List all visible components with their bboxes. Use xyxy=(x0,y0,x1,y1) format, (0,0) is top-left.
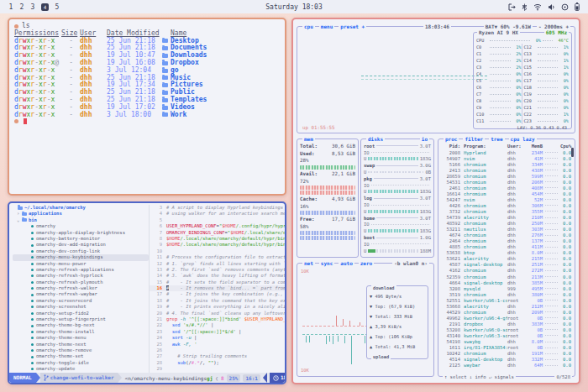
code-line[interactable]: 18 # - It joins the command that the key… xyxy=(150,298,285,304)
process-row[interactable]: 4162 chromium dhh 272M 0.0 xyxy=(438,268,575,274)
idle-icon[interactable] xyxy=(561,3,569,11)
tree-item[interactable]: omarchy-toggle-idle xyxy=(13,360,149,366)
tree-item[interactable]: applications xyxy=(13,211,149,217)
process-row[interactable]: 48592 chromium dhh 250M 0.0 xyxy=(438,221,575,227)
process-row[interactable]: 2191 dropbox dhh 383M 0.0 xyxy=(438,321,575,327)
disks-tab[interactable]: disks xyxy=(366,136,385,142)
code-line[interactable]: 26 xyxy=(150,348,285,353)
tree-item[interactable]: omarchy-battery-monitor xyxy=(13,236,149,242)
process-row[interactable]: 4426 chromium dhh 306M 0.0 xyxy=(438,202,575,208)
tree-item[interactable]: omarchy-screenshot xyxy=(13,304,149,310)
battery-icon[interactable] xyxy=(575,3,580,11)
net-tab[interactable]: zero xyxy=(359,260,374,266)
process-row[interactable]: 2464 chromium dhh 137M 0.0 xyxy=(438,238,575,244)
refresh-interval[interactable]: - 2000ms + xyxy=(537,24,570,29)
process-header[interactable]: Pid: Program: User: MemB Cpu% xyxy=(438,142,575,149)
code-line[interactable]: 19 # - It prints everything in a nicely … xyxy=(150,304,285,310)
tree-item[interactable]: omarchy-theme-remove xyxy=(13,348,149,353)
tree-item[interactable]: omarchy-menu-keybindings xyxy=(13,254,149,260)
process-row[interactable]: 53621 alacritty dhh 215M 0.0 xyxy=(438,256,575,262)
workspace-button[interactable]: 2 xyxy=(19,3,24,11)
tree-item[interactable]: omarchy-menu-power xyxy=(13,261,149,267)
tree-item[interactable]: omarchy xyxy=(13,223,149,229)
process-row[interactable]: 2413 chromium dhh 438M 0.0 xyxy=(438,167,575,173)
shell-prompt-active[interactable] xyxy=(14,118,280,124)
process-row[interactable]: 53211 nautilus dhh 303M 0.0 xyxy=(438,227,575,233)
process-row[interactable]: 53208 kworker/u96:0-sd root 0B 0.0 xyxy=(438,327,575,332)
tree-item[interactable]: omarchy-update xyxy=(13,366,149,372)
process-row[interactable]: 4885 chromium dhh 411M 0.0 xyxy=(438,244,575,250)
code-line[interactable]: 6 USER_HYPRLAND_CONF="$HOME/.config/hypr… xyxy=(150,223,285,229)
code-line[interactable]: 21 grep -h '^[[:space:]]*bind' $USER_HYP… xyxy=(150,316,285,322)
monitor-tab[interactable]: cpu xyxy=(302,24,315,29)
process-row[interactable]: 44529 chromium dhh 209M 0.0 xyxy=(438,309,575,315)
proc-tab[interactable]: tree xyxy=(489,136,504,142)
process-row[interactable]: 4587 signal-desktop dhh 251M 0.0 xyxy=(438,262,575,268)
process-row[interactable]: 54198 swaybg dhh 8.0M 0.0 xyxy=(438,339,575,345)
code-line[interactable]: 11 # Process the configuration file to e… xyxy=(150,254,285,260)
code-line[interactable]: 13 # 2. The first `sed` removes comments… xyxy=(150,267,285,273)
code-line[interactable]: 27 # Strip trailing comments xyxy=(150,353,285,359)
tree-item[interactable]: omarchy-screenrecord xyxy=(13,298,149,304)
process-row[interactable]: 54739 alacritty dhh 210M 0.0 xyxy=(438,215,575,221)
tree-item[interactable]: omarchy-refresh-applications xyxy=(13,267,149,273)
workspace-button[interactable]: 1 xyxy=(8,3,13,11)
tree-item[interactable]: omarchy-theme-menu xyxy=(13,335,149,341)
code-line[interactable]: 24 sort -u | xyxy=(150,335,285,341)
editor-window[interactable]: ~/.local/share/omarchy applications bin xyxy=(8,201,286,384)
terminal-window[interactable]: ls Permissions Size User Date Modified N… xyxy=(8,18,286,196)
code-line[interactable]: 14 # 3. `awk` does the heavy lifting of … xyxy=(150,273,285,279)
process-row[interactable]: 5166 chromium dhh 334M 0.0 xyxy=(438,161,575,167)
process-row[interactable]: 4674 chromium dhh 276M 0.0 xyxy=(438,233,575,238)
process-row[interactable]: 4514 signal-desktop dhh 332M 0.0 xyxy=(438,357,575,363)
code-line[interactable]: 9 $HOME/.local/share/omarchy/default/hyp… xyxy=(150,242,285,248)
code-line[interactable]: 28 sub(/#.*/, ""); xyxy=(150,360,285,366)
process-row[interactable]: 28659 chromium dhh 599M 0.0 xyxy=(438,173,575,179)
tree-item[interactable]: omarchy-refresh-walker xyxy=(13,285,149,291)
process-row[interactable]: 2461 chromium dhh 408M 0.0 xyxy=(438,185,575,191)
proc-tab[interactable]: proc xyxy=(444,136,459,142)
code-line[interactable]: 25 awk -F, ' xyxy=(150,342,285,348)
process-row[interactable]: 53668 alacritty dhh 212M 0.0 xyxy=(438,303,575,309)
code-line[interactable]: 5 xyxy=(150,217,285,223)
monitor-tab[interactable]: menu xyxy=(319,24,334,29)
tree-item[interactable]: omarchy-apple-display-brightness xyxy=(13,230,149,236)
process-row[interactable]: 53638 btop dhh 8.0M 0.0 xyxy=(438,250,575,256)
logout-icon[interactable] xyxy=(508,3,516,11)
process-row[interactable]: 43140 kworker/u96:3-sd root 0B 0.0 xyxy=(438,332,575,338)
process-row[interactable]: 54907 nvim dhh 41M 0.0 xyxy=(438,155,575,161)
code-line[interactable]: 17 # - It joins the key combination (e.g… xyxy=(150,291,285,297)
process-row[interactable]: 54531 chromium dhh 206M 0.0 xyxy=(438,179,575,185)
process-row[interactable]: 2008 Hyprland dhh 234M 0.0 xyxy=(438,149,575,155)
code-line[interactable]: 7 OMARCHY_BINDINGS_CONF="$HOME/.local/sh… xyxy=(150,230,285,236)
process-row[interactable]: 3519 chromium dhh 380M 0.0 xyxy=(438,291,575,297)
process-row[interactable]: 4664 signal-desktop dhh 385M 0.0 xyxy=(438,280,575,285)
code-line[interactable]: 23 sed '/^[[:space:]]*$/d' | xyxy=(150,329,285,335)
process-row[interactable]: 3732 chromium dhh 355M 0.0 xyxy=(438,208,575,214)
tree-item[interactable]: omarchy-setup-fingerprint xyxy=(13,316,149,322)
net-tab[interactable]: auto xyxy=(339,260,354,266)
system-monitor-window[interactable]: cpumenupreset + 18:03:46 BAT▼ 60% -9.61W… xyxy=(291,18,580,384)
tree-item[interactable]: ~/.local/share/omarchy xyxy=(13,205,149,211)
tree-item[interactable]: omarchy-refresh-waybar xyxy=(13,291,149,297)
io-tab[interactable]: io xyxy=(420,136,429,142)
process-row[interactable]: 54247 nvim dhh 52M 0.0 xyxy=(438,196,575,202)
net-tab[interactable]: sync xyxy=(319,260,334,266)
process-row[interactable]: 10242 chromium dhh 191M 0.0 xyxy=(438,351,575,357)
volume-icon[interactable] xyxy=(548,3,555,11)
process-row[interactable]: 52359 chromium dhh 213M 0.0 xyxy=(438,274,575,280)
process-row[interactable]: 2125 waybar dhh 64M 0.0 xyxy=(438,363,575,368)
workspace-button[interactable]: 3 xyxy=(30,3,35,11)
tree-item[interactable]: omarchy-theme-bg-next xyxy=(13,322,149,328)
tree-item[interactable]: omarchy-dev-config-link xyxy=(13,248,149,254)
net-tab[interactable]: net xyxy=(302,260,315,266)
tree-item[interactable]: omarchy-theme-next xyxy=(13,342,149,348)
code-line[interactable]: 12 # 1. `grep` finds all lines starting … xyxy=(150,261,285,267)
code-line[interactable]: 10 xyxy=(150,248,285,254)
code-line[interactable]: 29 xyxy=(150,366,285,372)
process-scrollbar[interactable] xyxy=(571,148,574,157)
net-interface[interactable]: ‹b wlan0 n› xyxy=(392,260,429,266)
code-line[interactable]: 15 # - It sets the field separator to a … xyxy=(150,280,285,285)
proc-key-hints[interactable]: ↑ select ↓ info ↵ signals xyxy=(443,374,516,379)
bluetooth-icon[interactable] xyxy=(522,3,528,11)
